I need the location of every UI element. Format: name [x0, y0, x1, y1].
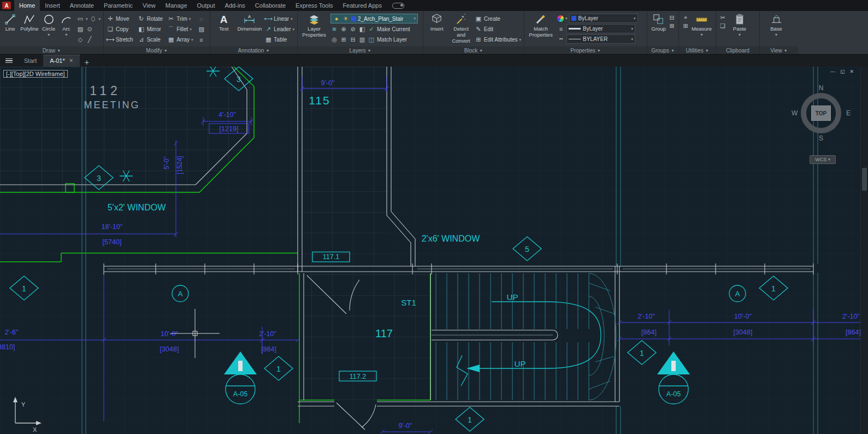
dimension-button[interactable]: A Dimension: [237, 12, 262, 46]
table-button[interactable]: ▦Table: [264, 35, 294, 44]
autocad-logo-icon[interactable]: A: [2, 2, 11, 9]
grid-bubble-a-right[interactable]: A: [735, 290, 740, 298]
dim-5740[interactable]: [5740]: [103, 238, 122, 246]
section-a05-label-right[interactable]: A-05: [666, 390, 681, 398]
edit-block-button[interactable]: ✎Edit: [475, 25, 521, 34]
menu-tab-annotate[interactable]: Annotate: [65, 0, 99, 11]
ellipse-tool-icon[interactable]: ⬯: [90, 15, 97, 22]
scrollbar-thumb[interactable]: [862, 168, 867, 191]
layer-dropdown-arrow-icon[interactable]: ▾: [414, 16, 416, 21]
layer-lock-icon[interactable]: ◧: [358, 26, 366, 33]
circle-button[interactable]: Circle ▼: [42, 12, 56, 46]
lineweight-dropdown[interactable]: ByLayer▾: [566, 24, 635, 33]
vertical-scrollbar[interactable]: [860, 67, 868, 434]
file-tabs-menu-icon[interactable]: [0, 55, 17, 67]
viewcube-east-label[interactable]: E: [846, 109, 851, 117]
copy-button[interactable]: ❏Copy: [107, 25, 133, 34]
leader-button[interactable]: ↗Leader▾: [264, 25, 294, 34]
dim-3810[interactable]: [3810]: [0, 343, 15, 351]
hatch-tool-icon[interactable]: ▨: [76, 26, 84, 33]
dim-2-10-bottom[interactable]: 2'-10": [259, 330, 276, 338]
base-view-button[interactable]: Base ▼: [763, 12, 790, 46]
ungroup-icon[interactable]: ⊟: [668, 14, 676, 21]
layer-on-bulb-icon[interactable]: ●: [333, 15, 340, 22]
dim-2-6[interactable]: 2'-6": [5, 329, 19, 336]
menu-tab-collaborate[interactable]: Collaborate: [250, 0, 291, 11]
linetype-icon[interactable]: ╍: [557, 36, 565, 43]
layer-thaw-sun-icon[interactable]: ☀: [342, 15, 350, 22]
close-drawing-icon[interactable]: ✕: [849, 69, 854, 74]
viewcube-south-label[interactable]: S: [790, 134, 852, 142]
panel-title-view[interactable]: View▼: [760, 46, 798, 54]
linetype-dropdown[interactable]: BYLAYER▾: [566, 34, 635, 44]
new-drawing-tab-button[interactable]: +: [80, 58, 94, 67]
tab-start[interactable]: Start: [17, 55, 43, 67]
region-tool-icon[interactable]: ⊙: [86, 26, 93, 33]
window-2x6-label[interactable]: 2'x6' WINDOW: [422, 234, 480, 243]
panel-title-layers[interactable]: Layers▼: [298, 46, 423, 54]
paste-button[interactable]: Paste ▼: [728, 12, 752, 46]
room-112-name[interactable]: MEETING: [84, 99, 140, 110]
array-button[interactable]: ▦Array▾: [167, 35, 193, 44]
dim-864-bottom[interactable]: [864]: [261, 345, 276, 353]
group-button[interactable]: Group: [650, 12, 667, 46]
insert-block-button[interactable]: Insert: [426, 12, 447, 46]
stretch-button[interactable]: ⟷Stretch: [107, 35, 133, 44]
door-117-2-tag[interactable]: 117.2: [350, 373, 366, 380]
lineweight-icon[interactable]: ≡: [557, 26, 565, 32]
layer-isolate-icon[interactable]: ≋: [330, 26, 338, 33]
stair-label[interactable]: ST1: [401, 298, 416, 307]
layer-dropdown[interactable]: ● ☀ 2_Arch_Plan_Stair ▾: [330, 14, 418, 24]
rectangle-tool-icon[interactable]: ▭: [76, 15, 84, 22]
menu-tab-output[interactable]: Output: [192, 0, 220, 11]
layer-merge-icon[interactable]: ⊞: [340, 36, 347, 43]
bubble-1-left[interactable]: 1: [22, 284, 26, 293]
construction-line-icon[interactable]: ╱: [86, 36, 93, 43]
up-label-top[interactable]: UP: [507, 292, 518, 302]
bubble-3-top[interactable]: 3: [237, 75, 241, 84]
viewport-controls-label[interactable]: [-][Top][2D Wireframe]: [3, 70, 68, 78]
panel-title-properties[interactable]: Properties▼: [524, 46, 647, 54]
layer-properties-button[interactable]: Layer Properties: [300, 12, 328, 46]
panel-title-clipboard[interactable]: Clipboard: [716, 46, 759, 54]
dim-9-0-top[interactable]: 9'-0": [321, 79, 335, 87]
grid-bubble-a-left[interactable]: A: [178, 290, 183, 298]
linear-dimension-button[interactable]: ⟷Linear▾: [264, 14, 294, 24]
restore-drawing-icon[interactable]: ◱: [840, 69, 845, 74]
menu-tab-addins[interactable]: Add-ins: [220, 0, 250, 11]
cut-icon[interactable]: ✂: [719, 14, 727, 21]
dim-4-10[interactable]: 4'-10": [219, 111, 236, 119]
ribbon-display-toggle-icon[interactable]: [392, 3, 404, 9]
menu-tab-parametric[interactable]: Parametric: [99, 0, 138, 11]
erase-tool-icon[interactable]: ◌: [198, 16, 205, 22]
dim-2-10-right-b[interactable]: 2'-10": [842, 313, 860, 320]
up-label-bottom[interactable]: UP: [515, 359, 526, 368]
bubble-1-right[interactable]: 1: [771, 284, 776, 293]
create-block-button[interactable]: ▣Create: [475, 14, 521, 24]
panel-title-draw[interactable]: Draw▼: [0, 46, 103, 54]
menu-tab-view[interactable]: View: [138, 0, 161, 11]
panel-title-block[interactable]: Block▼: [423, 46, 524, 54]
polyline-button[interactable]: Polyline: [20, 12, 38, 46]
scale-button[interactable]: ⊿Scale: [138, 35, 163, 44]
text-button[interactable]: A Text: [213, 12, 234, 46]
dim-10-0-right[interactable]: 10'-0": [734, 313, 752, 320]
quick-calc-icon[interactable]: ⊞: [682, 22, 689, 30]
panel-title-groups[interactable]: Groups▼: [647, 46, 678, 54]
dim-1524-rotated[interactable]: [1524]: [176, 156, 184, 174]
menu-tab-featured-apps[interactable]: Featured Apps: [338, 0, 387, 11]
copy-clip-icon[interactable]: ❏: [719, 22, 727, 30]
measure-button[interactable]: Measure ▼: [690, 12, 713, 46]
layer-walk-icon[interactable]: ◎: [330, 36, 338, 43]
menu-tab-manage[interactable]: Manage: [161, 0, 192, 11]
panel-title-annotation[interactable]: Annotation▼: [210, 46, 297, 54]
mirror-button[interactable]: ◧Mirror: [138, 25, 163, 34]
layer-states-icon[interactable]: ▥: [358, 36, 366, 43]
fillet-button[interactable]: ⌒Fillet▾: [167, 25, 193, 34]
menu-tab-insert[interactable]: Insert: [40, 0, 65, 11]
line-button[interactable]: Line: [3, 12, 17, 46]
dim-3048-bottom[interactable]: [3048]: [160, 345, 179, 353]
layer-freeze-icon[interactable]: ⊕: [340, 26, 347, 33]
room-115-number[interactable]: 115: [309, 94, 330, 107]
dim-1219[interactable]: [1219]: [220, 125, 239, 133]
